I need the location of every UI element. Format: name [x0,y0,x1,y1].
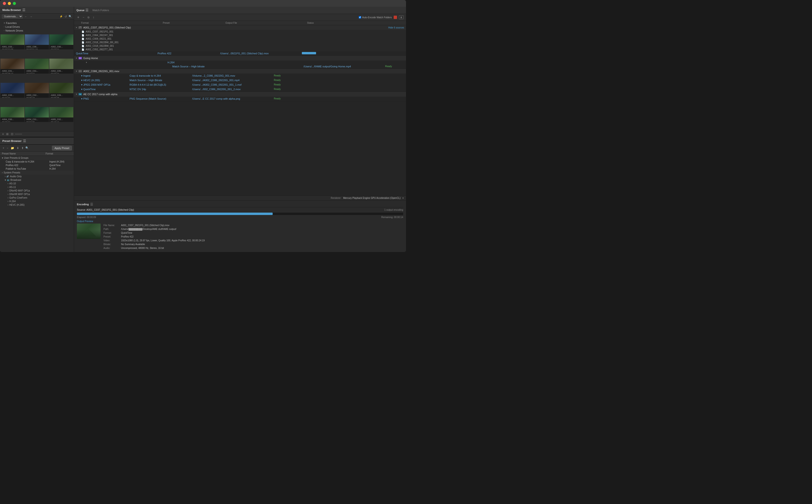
refresh-button[interactable]: ↺ [64,15,68,19]
as11-item[interactable]: › AS-11 [0,185,74,189]
renderer-label: Renderer: [331,197,341,199]
audio-only-label: Audio Only [10,175,22,178]
mov-icon [79,70,82,72]
remove-preset-button[interactable]: − [6,146,9,150]
media-thumb-A002-C05---[interactable]: A002_C05... 00:03:04 [49,59,73,74]
local-drives-label: Local Drives [5,25,20,28]
media-thumb-A001-C03---[interactable]: A001_C03... 00:00:02:08 [0,34,24,49]
hevc-preset: Match Source – High Bitrate [130,79,191,82]
local-drives-item[interactable]: › Local Drives [0,25,74,29]
dnxhr-item[interactable]: › DNxHR MXF OP1a [0,192,74,196]
png-row[interactable]: ▾ PNG PNG Sequence (Match Source) /Users… [74,97,406,101]
renderer-row: Renderer: Mercury Playback Engine GPU Ac… [74,196,406,200]
back-button[interactable]: ← [24,15,28,19]
hide-sources-button[interactable]: Hide 6 sources [388,26,404,29]
forward-button[interactable]: → [29,15,33,19]
media-thumb-A001-C06---[interactable]: A001_C06... 00:00:01:18 [25,34,49,49]
dnxhd-label: DNxHD MXF OP1a [9,189,30,192]
media-thumb-A002-C01---[interactable]: A002_C01... 00:03:02 [25,59,49,74]
favorites-item[interactable]: ▾ Favorites [0,21,74,25]
new-group-button[interactable]: 📁 [10,146,15,150]
pause-button[interactable]: ⏸ [399,15,404,19]
import-preset-button[interactable]: ⬇ [16,146,20,150]
preview-info: File Name: A001_C037_0921FG_001 (Stitche… [103,224,403,250]
queue-tab[interactable]: Queue ☰ [76,8,89,13]
renderer-dropdown-icon[interactable]: ▾ [402,197,404,199]
h264-item[interactable]: › H.264 [0,200,74,203]
stitched-clip-header[interactable]: ▾ 🎬 A001_C037_0921FG_001 (Stitched Clip)… [74,25,406,30]
dnxhd-item[interactable]: › DNxHD MXF OP1a [0,189,74,192]
duplicate-button[interactable]: ⧉ [87,16,90,19]
as10-item[interactable]: › AS-10 [0,182,74,185]
media-thumb-A002-C01---[interactable]: A002_C01... 00:00:08:13 [0,59,24,74]
stitched-encode-row[interactable]: QuickTime ProRes 422 /Users/...0921FG_00… [74,51,406,56]
media-thumb-A005-C02---[interactable]: A005_C02... 00:13:14 [49,107,73,122]
preset-row-Publish-to-YouTube[interactable]: Publish to YouTube H.264 1920x1080 Based… [0,167,74,171]
preset-row-Copy---transcode-to-H-264[interactable]: Copy & transcode to H.264 Ingest (H.264)… [0,160,74,163]
apply-preset-button[interactable]: Apply Preset [52,146,72,150]
queue-title: Queue [76,9,84,12]
jpeg2000-format: ▾ JPEG 2000 MXF OP1a [81,83,129,86]
quicktime-row[interactable]: ▾ QuickTime NTSC DV 24p /Users/.../002_C… [74,87,406,92]
queue-menu-icon[interactable]: ☰ [85,8,89,12]
list-view-button[interactable]: ≡ [1,132,5,136]
encoding-progress-bar [77,213,403,215]
system-presets-group-header[interactable]: › System Presets [0,171,74,175]
going-home-header[interactable]: ▾ Pr Going Home [74,56,406,61]
media-thumb-A004-C01---[interactable]: A004_C01... 00:02:06 [25,107,49,122]
a002-header[interactable]: ▾ A002_C086_09220G_001.mov [74,69,406,74]
minimize-button[interactable] [8,2,11,5]
close-button[interactable] [3,2,6,5]
size-slider[interactable] [15,134,22,134]
media-browser-menu-icon[interactable]: ☰ [22,8,25,12]
stop-button[interactable] [394,16,397,19]
network-drives-item[interactable]: › Network Drives [0,29,74,33]
grid-view-2-button[interactable]: ⊡ [10,132,14,136]
dnxhr-label: DNxHR MXF OP1a [9,193,30,196]
audio-only-group[interactable]: › 🔊 Audio Only [0,175,74,178]
stitched-clip-name: A001_C037_0921FG_001 (Stitched Clip) [83,26,131,29]
add-to-queue-button[interactable]: + [76,15,80,20]
media-thumb-A003-C02---[interactable]: A003_C02... 00:06:18 [25,83,49,98]
going-home-encode-row[interactable]: ▾ H.264 [74,61,406,64]
location-dropdown[interactable]: Guatemala... [2,14,23,19]
ae-header[interactable]: ▾ Ae AE CC 2017 comp with alpha [74,92,406,97]
broadcast-group[interactable]: ▾ 📺 Broadcast [0,178,74,182]
hevc-row[interactable]: ▾ HEVC (H.265) Match Source – High Bitra… [74,78,406,83]
media-thumb-A003-C09---[interactable]: A003_C09... 00:06:08 [49,83,73,98]
source-name-2: A001_C064_09224Y_001 [86,34,113,37]
preset-format: Ingest (H.264) [49,160,74,163]
media-browser-toolbar: Guatemala... ← → ⚡ ↺ 🔍 [0,14,74,20]
preset-browser-menu-icon[interactable]: ☰ [23,139,26,143]
media-thumb-A004-C00---[interactable]: A004_C00... 00:03:02 [0,107,24,122]
watch-folders-tab[interactable]: Watch Folders [92,8,109,12]
export-preset-button[interactable]: ⬆ [21,146,24,150]
hevc-output: /Users/.../A002_C086_09220G_001.mp4 [192,79,273,82]
encoding-menu-icon[interactable]: ☰ [90,202,93,206]
maximize-button[interactable] [13,2,16,5]
going-home-detail-row[interactable]: Match Source – High bitrate /Users/.../f… [74,64,406,69]
jpeg2000-row[interactable]: ▾ JPEG 2000 MXF OP1a RGBA 4:4:4:4 12-bit… [74,83,406,87]
ingest-status: Ready [274,74,293,77]
ingest-row[interactable]: ▾ Ingest Copy & transcode to H.264 /Volu… [74,74,406,78]
preset-name: Publish to YouTube [6,168,48,170]
preset-row-ProRes-422[interactable]: ProRes 422 QuickTime 1920x1080 29.97 fps… [0,163,74,167]
user-presets-group-header[interactable]: ▾ User Presets & Groups [0,156,74,160]
source-row-3: 📄 A002_C009_09221_001 [74,37,406,41]
premiere-icon: Pr [79,57,82,59]
move-button[interactable]: ↕ [92,15,95,19]
grid-view-button[interactable]: ⊞ [5,132,9,136]
auto-encode-checkbox[interactable] [359,16,361,19]
media-thumb-A002-C00---[interactable]: A002_C00... 00:03:04 [49,34,73,49]
stitched-clip-group: ▾ 🎬 A001_C037_0921FG_001 (Stitched Clip)… [74,25,406,56]
auto-encode-label[interactable]: Auto-Encode Watch Folders [359,16,392,19]
media-thumb-A002-C08---[interactable]: A002_C08... 00:04:04 [0,83,24,98]
preset-browser-title: Preset Browser [2,140,22,142]
hevc-label: HEVC (H.265) [9,204,24,206]
gopro-item[interactable]: › GoPro CineForm [0,196,74,200]
add-preset-button[interactable]: + [2,146,5,150]
remove-from-queue-button[interactable]: − [82,15,85,19]
hevc-item[interactable]: › HEVC (H.265) [0,203,74,207]
output-preview-toggle[interactable]: Output Preview [77,220,403,223]
going-home-preset: Match Source – High bitrate [172,65,303,68]
